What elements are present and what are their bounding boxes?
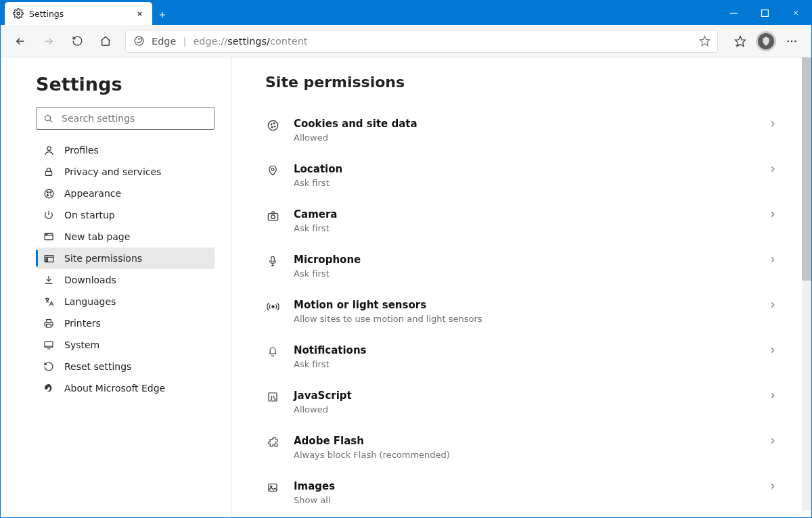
svg-marker-4 bbox=[736, 36, 746, 46]
permission-row-flash[interactable]: Adobe FlashAlways block Flash (recommend… bbox=[265, 427, 777, 472]
minimize-button[interactable] bbox=[718, 1, 749, 25]
browser-tab[interactable]: Settings bbox=[5, 2, 152, 25]
image-icon bbox=[265, 480, 280, 494]
address-bar[interactable]: Edge | edge:// settings/ content bbox=[125, 30, 718, 53]
svg-point-25 bbox=[273, 123, 275, 124]
sidebar-item-system[interactable]: System bbox=[36, 334, 215, 356]
scrollbar-thumb[interactable] bbox=[802, 57, 811, 281]
lock-icon bbox=[43, 166, 55, 178]
search-settings-box[interactable] bbox=[36, 107, 215, 130]
sidebar-item-reset[interactable]: Reset settings bbox=[36, 356, 215, 377]
permission-title: Notifications bbox=[294, 344, 754, 356]
permission-title: Motion or light sensors bbox=[294, 299, 754, 311]
refresh-button[interactable] bbox=[64, 29, 90, 53]
svg-point-12 bbox=[47, 191, 48, 193]
svg-point-14 bbox=[47, 194, 48, 195]
cookie-icon bbox=[265, 118, 280, 132]
chevron-right-icon bbox=[768, 435, 777, 446]
favorites-button[interactable] bbox=[727, 29, 753, 53]
permission-title: JavaScript bbox=[294, 390, 754, 402]
svg-point-32 bbox=[271, 306, 273, 308]
permission-subtitle: Ask first bbox=[294, 359, 754, 369]
sidebar-item-label: About Microsoft Edge bbox=[64, 383, 165, 394]
permission-subtitle: Allowed bbox=[294, 133, 754, 143]
permission-title: Camera bbox=[294, 208, 754, 220]
site-permissions-icon bbox=[43, 252, 55, 264]
svg-point-19 bbox=[45, 258, 46, 259]
sidebar-item-label: Profiles bbox=[64, 145, 99, 156]
reset-icon bbox=[43, 360, 55, 373]
sidebar-item-printers[interactable]: Printers bbox=[36, 312, 215, 334]
sidebar-item-label: Appearance bbox=[64, 188, 121, 199]
permission-row-camera[interactable]: CameraAsk first bbox=[265, 200, 777, 245]
svg-point-17 bbox=[47, 234, 47, 235]
page-title: Settings bbox=[36, 74, 215, 95]
sidebar-item-languages[interactable]: Languages bbox=[36, 291, 215, 312]
svg-point-30 bbox=[271, 215, 275, 219]
permission-row-notifications[interactable]: NotificationsAsk first bbox=[265, 336, 777, 381]
svg-point-13 bbox=[49, 191, 51, 193]
chevron-right-icon bbox=[768, 118, 777, 128]
sidebar-item-appearance[interactable]: Appearance bbox=[36, 183, 215, 204]
permission-subtitle: Always block Flash (recommended) bbox=[294, 450, 754, 460]
permission-row-javascript[interactable]: JavaScriptAllowed bbox=[265, 381, 777, 427]
back-button[interactable] bbox=[7, 29, 33, 53]
chevron-right-icon bbox=[768, 344, 777, 355]
new-tab-button[interactable] bbox=[152, 5, 173, 25]
permission-row-motion-sensors[interactable]: Motion or light sensorsAllow sites to us… bbox=[265, 291, 777, 336]
search-settings-input[interactable] bbox=[60, 112, 207, 124]
page-content: Settings Profiles Privacy and services A… bbox=[1, 57, 811, 517]
permission-row-location[interactable]: LocationAsk first bbox=[265, 155, 777, 200]
permission-row-microphone[interactable]: MicrophoneAsk first bbox=[265, 245, 777, 291]
sidebar-item-label: Privacy and services bbox=[64, 166, 161, 177]
sidebar-item-label: New tab page bbox=[64, 231, 130, 242]
sidebar-item-profiles[interactable]: Profiles bbox=[36, 139, 215, 161]
sidebar-item-on-startup[interactable]: On startup bbox=[36, 204, 215, 226]
sidebar-item-new-tab[interactable]: New tab page bbox=[36, 226, 215, 248]
vertical-scrollbar[interactable] bbox=[802, 57, 811, 511]
chevron-right-icon bbox=[768, 208, 777, 219]
svg-point-27 bbox=[274, 126, 275, 127]
svg-rect-29 bbox=[268, 214, 277, 220]
download-icon bbox=[43, 274, 55, 286]
chevron-right-icon bbox=[768, 163, 777, 174]
microphone-icon bbox=[265, 254, 280, 267]
sidebar-item-downloads[interactable]: Downloads bbox=[36, 269, 215, 291]
svg-point-28 bbox=[271, 168, 274, 171]
permission-row-images[interactable]: ImagesShow all bbox=[265, 472, 777, 517]
close-tab-button[interactable] bbox=[133, 7, 145, 20]
window-close-button[interactable] bbox=[780, 1, 811, 25]
sidebar-item-privacy[interactable]: Privacy and services bbox=[36, 161, 215, 183]
settings-main: Site permissions Cookies and site dataAl… bbox=[231, 57, 811, 517]
puzzle-icon bbox=[265, 435, 280, 448]
svg-point-24 bbox=[271, 124, 272, 125]
address-separator: | bbox=[183, 36, 187, 47]
permission-title: Adobe Flash bbox=[294, 435, 754, 447]
sidebar-item-site-permissions[interactable]: Site permissions bbox=[36, 248, 215, 269]
address-url: edge:// settings/ content bbox=[193, 36, 692, 47]
permission-subtitle: Ask first bbox=[294, 268, 754, 279]
profile-icon bbox=[43, 144, 55, 156]
more-menu-button[interactable] bbox=[779, 29, 805, 53]
profile-avatar-button[interactable] bbox=[756, 31, 776, 51]
settings-sidebar: Settings Profiles Privacy and services A… bbox=[1, 57, 231, 517]
printer-icon bbox=[43, 317, 55, 329]
camera-icon bbox=[265, 208, 280, 222]
home-button[interactable] bbox=[93, 29, 118, 53]
permission-row-cookies[interactable]: Cookies and site dataAllowed bbox=[265, 110, 777, 155]
maximize-button[interactable] bbox=[749, 1, 780, 25]
gear-icon bbox=[13, 8, 24, 19]
svg-point-8 bbox=[45, 115, 51, 120]
svg-point-5 bbox=[788, 40, 789, 41]
favorite-star-button[interactable] bbox=[699, 35, 710, 47]
chevron-right-icon bbox=[768, 480, 777, 491]
sidebar-item-about[interactable]: About Microsoft Edge bbox=[36, 377, 215, 399]
url-scheme: edge:// bbox=[193, 36, 227, 47]
permission-title: Location bbox=[294, 163, 754, 175]
browser-toolbar: Edge | edge:// settings/ content bbox=[1, 25, 811, 57]
forward-button[interactable] bbox=[36, 29, 62, 53]
sensor-icon bbox=[265, 299, 280, 313]
svg-point-11 bbox=[45, 189, 53, 198]
svg-point-20 bbox=[45, 260, 46, 261]
window-titlebar: Settings bbox=[1, 1, 811, 25]
